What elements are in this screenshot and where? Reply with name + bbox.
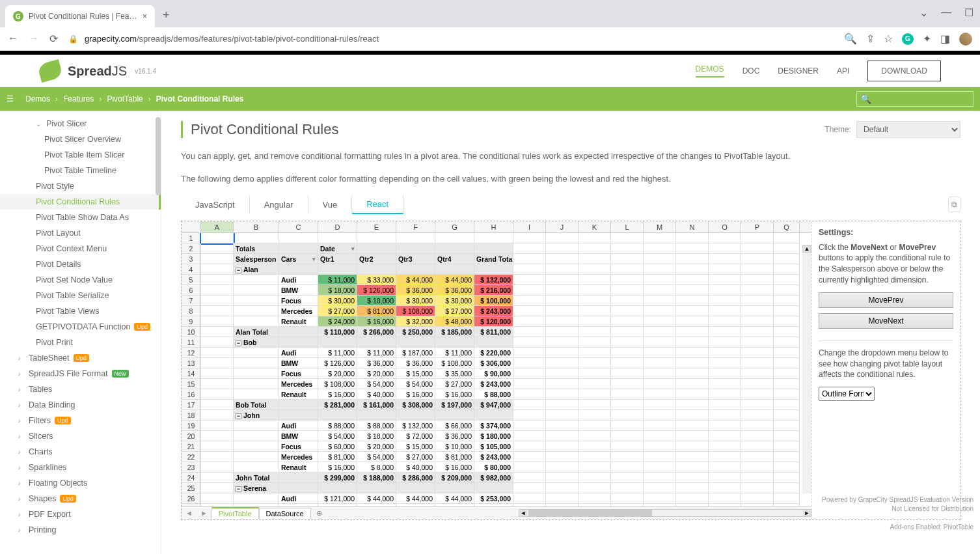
- scroll-up-icon[interactable]: ▲: [802, 245, 811, 253]
- horizontal-scrollbar[interactable]: ◄ ►: [519, 509, 811, 517]
- sidebar-item[interactable]: › Tables: [0, 381, 161, 397]
- popout-icon[interactable]: ⧉: [948, 197, 960, 212]
- url-path: /spreadjs/demos/features/pivot-table/piv…: [137, 34, 379, 44]
- sidebar-item[interactable]: › PDF Export: [0, 506, 161, 522]
- sidebar-item[interactable]: › Slicers: [0, 428, 161, 444]
- reload-button[interactable]: ⟳: [49, 33, 58, 45]
- sidebar-item[interactable]: Pivot Details: [0, 256, 161, 272]
- grammarly-icon[interactable]: G: [902, 33, 914, 45]
- back-button[interactable]: ←: [8, 33, 18, 45]
- breadcrumb[interactable]: Features: [58, 94, 99, 104]
- column-header[interactable]: I: [513, 221, 546, 232]
- sheet-tab-pivot[interactable]: PivotTable: [211, 507, 259, 519]
- share-icon[interactable]: ⇪: [866, 33, 875, 45]
- nav-demos[interactable]: DEMOS: [696, 64, 724, 77]
- sheet-prev-icon[interactable]: ◄: [182, 509, 197, 517]
- download-button[interactable]: DOWNLOAD: [867, 61, 941, 81]
- nav-doc[interactable]: DOC: [742, 66, 760, 76]
- tab-vue[interactable]: Vue: [308, 196, 353, 214]
- breadcrumb-current: Pivot Conditional Rules: [151, 94, 249, 104]
- tab-javascript[interactable]: JavaScript: [181, 196, 250, 214]
- search-box[interactable]: 🔍: [856, 91, 973, 107]
- sidebar-item[interactable]: › Shapes Upd: [0, 491, 161, 506]
- avatar[interactable]: [959, 33, 972, 46]
- search-icon: 🔍: [860, 94, 871, 104]
- scrollbar-thumb[interactable]: [156, 117, 161, 195]
- column-header[interactable]: E: [357, 221, 396, 232]
- column-header[interactable]: C: [279, 221, 318, 232]
- column-header[interactable]: K: [578, 221, 611, 232]
- chevron-down-icon[interactable]: ⌄: [919, 7, 928, 19]
- layout-select[interactable]: Outline Form: [819, 387, 875, 401]
- column-header[interactable]: Q: [774, 221, 800, 232]
- sidebar-item[interactable]: ⌄ Pivot Slicer: [0, 116, 161, 132]
- tab-angular[interactable]: Angular: [250, 196, 308, 214]
- search-input[interactable]: [856, 91, 973, 107]
- vertical-scrollbar[interactable]: ▲: [802, 245, 811, 493]
- sidebar-item[interactable]: › Sparklines: [0, 460, 161, 475]
- search-icon[interactable]: 🔍: [844, 33, 857, 45]
- sidebar-item[interactable]: › SpreadJS File Format New: [0, 366, 161, 381]
- tab-title: Pivot Conditional Rules | Feature: [29, 12, 137, 21]
- scroll-right-icon[interactable]: ►: [803, 510, 811, 516]
- bookmark-icon[interactable]: ☆: [884, 33, 893, 45]
- sidebar-item[interactable]: › Data Binding: [0, 397, 161, 413]
- minimize-icon[interactable]: —: [941, 7, 951, 19]
- address-bar[interactable]: 🔒 grapecity.com/spreadjs/demos/features/…: [68, 34, 834, 44]
- sidebar-item[interactable]: Pivot Table Item Slicer: [0, 147, 161, 163]
- breadcrumb[interactable]: Demos: [20, 94, 55, 104]
- sheet-next-icon[interactable]: ►: [197, 509, 211, 517]
- version: v16.1.4: [135, 68, 156, 75]
- column-header[interactable]: P: [741, 221, 774, 232]
- move-prev-button[interactable]: MovePrev: [819, 292, 953, 308]
- scrollbar-thumb[interactable]: [528, 510, 652, 516]
- sidebar-item[interactable]: Pivot Style: [0, 178, 161, 194]
- column-header[interactable]: O: [709, 221, 741, 232]
- breadcrumb[interactable]: PivotTable: [102, 94, 148, 104]
- column-header[interactable]: A: [201, 221, 234, 232]
- sidebar-item[interactable]: › Filters Upd: [0, 413, 161, 428]
- sidebar-item[interactable]: Pivot Layout: [0, 225, 161, 241]
- column-header[interactable]: H: [474, 221, 513, 232]
- theme-select[interactable]: Default: [856, 121, 960, 138]
- column-header[interactable]: G: [435, 221, 474, 232]
- maximize-icon[interactable]: ☐: [964, 7, 973, 19]
- sidebar-item[interactable]: Pivot Context Menu: [0, 241, 161, 256]
- menu-icon[interactable]: ☰: [0, 94, 20, 104]
- column-header[interactable]: J: [546, 221, 578, 232]
- sidebar-item[interactable]: GETPIVOTDATA Function Upd: [0, 319, 161, 335]
- sidebar-item[interactable]: Pivot Print: [0, 335, 161, 350]
- spreadsheet[interactable]: ABCDEFGHIJKLMNOPQ ▲ 12TotalsDate ▾3Sales…: [182, 221, 811, 519]
- sidebar-item[interactable]: Pivot Slicer Overview: [0, 132, 161, 147]
- sidebar-item[interactable]: Pivot Table Views: [0, 303, 161, 319]
- side-panel-icon[interactable]: ◨: [940, 33, 950, 45]
- logo[interactable]: SpreadJS v16.1.4: [39, 62, 156, 80]
- extensions-icon[interactable]: ✦: [923, 33, 931, 45]
- move-next-button[interactable]: MoveNext: [819, 313, 953, 329]
- add-sheet-icon[interactable]: ⊕: [311, 509, 327, 518]
- new-tab-button[interactable]: +: [163, 8, 170, 22]
- nav-api[interactable]: API: [837, 66, 849, 76]
- column-header[interactable]: M: [644, 221, 676, 232]
- sidebar-item[interactable]: › TableSheet Upd: [0, 350, 161, 366]
- sidebar-item[interactable]: › Floating Objects: [0, 475, 161, 491]
- column-header[interactable]: N: [676, 221, 709, 232]
- browser-tab[interactable]: G Pivot Conditional Rules | Feature ×: [5, 5, 155, 27]
- sidebar-item[interactable]: Pivot Table Timeline: [0, 163, 161, 178]
- sidebar-item[interactable]: Pivot Table Serialize: [0, 288, 161, 303]
- sheet-tab-datasource[interactable]: DataSource: [259, 508, 311, 519]
- forward-button[interactable]: →: [29, 33, 39, 45]
- scroll-left-icon[interactable]: ◄: [519, 510, 527, 516]
- sidebar-item[interactable]: Pivot Conditional Rules: [0, 194, 161, 210]
- sidebar-item[interactable]: › Printing: [0, 522, 161, 538]
- sidebar-item[interactable]: Pivot Set Node Value: [0, 272, 161, 288]
- tab-react[interactable]: React: [352, 195, 403, 214]
- column-header[interactable]: B: [234, 221, 279, 232]
- column-header[interactable]: F: [396, 221, 435, 232]
- column-header[interactable]: L: [611, 221, 644, 232]
- sidebar-item[interactable]: › Charts: [0, 444, 161, 460]
- close-tab-icon[interactable]: ×: [143, 12, 147, 21]
- column-header[interactable]: D: [318, 221, 357, 232]
- nav-designer[interactable]: DESIGNER: [778, 66, 819, 76]
- sidebar-item[interactable]: Pivot Table Show Data As: [0, 210, 161, 225]
